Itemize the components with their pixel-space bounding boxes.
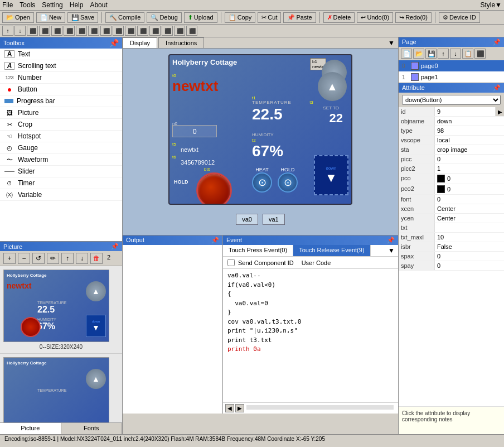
align-up-button[interactable]: ↑	[2, 26, 13, 36]
align-down-button[interactable]: ↓	[14, 26, 26, 36]
va0-variable[interactable]: va0	[236, 214, 258, 225]
menu-tools[interactable]: Tools	[20, 1, 35, 9]
attr-row-txt-maxl[interactable]: txt_maxl 10	[399, 233, 504, 242]
event-code[interactable]: va0.val-- if(va0.val<0) { va0.val=0 } co…	[223, 269, 398, 402]
align-center-h-button[interactable]: ⬛	[51, 26, 62, 36]
pic-down-button[interactable]: ↓	[76, 253, 88, 264]
page-save-button[interactable]: 💾	[425, 49, 437, 59]
attr-row-type[interactable]: type 98	[399, 126, 504, 136]
event-dropdown[interactable]: ▼	[385, 245, 398, 256]
pic-refresh-button[interactable]: ↺	[32, 253, 45, 264]
menu-file[interactable]: File	[2, 1, 13, 9]
pic-remove-button[interactable]: −	[18, 253, 30, 264]
same-height-button[interactable]: ⬛	[113, 26, 124, 36]
attr-row-objname[interactable]: objname down	[399, 117, 504, 126]
attr-type-select[interactable]: down(Button)	[402, 95, 501, 105]
pic-up-button[interactable]: ↑	[61, 253, 74, 264]
attr-row-font[interactable]: font 0	[399, 195, 504, 204]
group-button[interactable]: ⬛	[149, 26, 161, 36]
page-item-1[interactable]: 1 page1	[399, 71, 504, 83]
attr-row-pco[interactable]: pco 0	[399, 174, 504, 184]
device-id-button[interactable]: ⚙ Device ID	[439, 12, 480, 23]
attr-row-isbr[interactable]: isbr False	[399, 242, 504, 252]
page-add-button[interactable]: 📄	[401, 49, 412, 59]
same-width-button[interactable]: ⬛	[100, 26, 112, 36]
send-component-id-checkbox[interactable]	[227, 259, 235, 266]
waveform-tool-item[interactable]: 〜 Waveform	[0, 154, 122, 166]
output-pin[interactable]: 📌	[211, 237, 219, 244]
align-left-button[interactable]: ⬛	[27, 26, 38, 36]
tab-touch-press[interactable]: Touch Press Event(0)	[223, 245, 293, 256]
page-down-button[interactable]: ↓	[450, 49, 461, 59]
page-up-button[interactable]: ↑	[438, 49, 449, 59]
tab-picture[interactable]: Picture	[0, 423, 61, 434]
pic-add-button[interactable]: +	[3, 253, 16, 264]
align-center-v-button[interactable]: ⬛	[64, 26, 75, 36]
page-delete-button[interactable]: ⬛	[474, 49, 486, 59]
new-button[interactable]: 📄 New	[36, 12, 65, 23]
attr-row-pco2[interactable]: pco2 0	[399, 184, 504, 195]
slider-tool-item[interactable]: —— Slider	[0, 166, 122, 177]
page-pin[interactable]: 📌	[493, 39, 501, 46]
align-right-button[interactable]: ⬛	[39, 26, 50, 36]
debug-button[interactable]: 🔍 Debug	[147, 12, 181, 23]
button-tool-item[interactable]: ● Button	[0, 84, 122, 95]
tab-instructions[interactable]: Instructions	[158, 37, 204, 48]
paste-button[interactable]: 📌 Paste	[283, 12, 316, 23]
cut-button[interactable]: ✂ Cut	[258, 12, 281, 23]
text-tool-item[interactable]: A Text	[0, 49, 122, 60]
tab-dropdown[interactable]: ▼	[385, 38, 398, 48]
pic-delete-button[interactable]: 🗑	[90, 253, 103, 264]
save-button[interactable]: 💾 Save	[67, 12, 98, 23]
page-open-button[interactable]: 📂	[413, 49, 424, 59]
attr-scroll-right[interactable]: ▶	[495, 107, 504, 116]
attr-row-ycen[interactable]: ycen Center	[399, 214, 504, 223]
progress-bar-tool-item[interactable]: Progress bar	[0, 95, 122, 107]
scroll-right-button[interactable]: ▶	[235, 404, 244, 412]
menu-help[interactable]: Help	[70, 1, 84, 9]
attr-row-id[interactable]: id 9 ▶	[399, 107, 504, 117]
number-tool-item[interactable]: 123 Number	[0, 72, 122, 84]
menu-setting[interactable]: Setting	[42, 1, 62, 9]
device-screen[interactable]: Hollyberry Cottage b1newtx t0 newtxt t1 …	[168, 54, 352, 205]
tab-touch-release[interactable]: Touch Release Event(9)	[293, 245, 370, 256]
ungroup-button[interactable]: ⬛	[162, 26, 173, 36]
attr-row-sta[interactable]: sta crop image	[399, 145, 504, 155]
crop-tool-item[interactable]: ✂ Crop	[0, 119, 122, 131]
arrow-up-button[interactable]: ▲	[318, 72, 347, 101]
page-item-0[interactable]: 0 page0	[399, 60, 504, 71]
page-copy-button[interactable]: 📋	[462, 49, 473, 59]
variable-tool-item[interactable]: (X) Variable	[0, 189, 122, 201]
gauge-tool-item[interactable]: ◴ Gauge	[0, 142, 122, 154]
menu-about[interactable]: About	[90, 1, 107, 9]
scrolling-text-tool-item[interactable]: A Scrolling text	[0, 60, 122, 72]
attr-row-spax[interactable]: spax 0	[399, 252, 504, 261]
picture-thumb-1[interactable]: Hollyberry Cottage TEMPERATURE ▲	[0, 354, 122, 422]
attr-row-xcen[interactable]: xcen Center	[399, 204, 504, 214]
hotspot-tool-item[interactable]: ☜ Hotspot	[0, 131, 122, 142]
picture-tool-item[interactable]: 🖼 Picture	[0, 107, 122, 119]
picture-thumb-0[interactable]: Hollyberry Cottage newtxt TEMPERATURE 22…	[0, 266, 122, 354]
delete-button[interactable]: ✗ Delete	[323, 12, 355, 23]
undo-button[interactable]: ↩ Undo(0)	[357, 12, 393, 23]
attr-row-vscope[interactable]: vscope local	[399, 136, 504, 145]
event-pin[interactable]: 📌	[387, 237, 395, 244]
open-button[interactable]: 📂 Open	[2, 12, 34, 23]
attr-row-picc[interactable]: picc 0	[399, 155, 504, 164]
attr-row-spay[interactable]: spay 0	[399, 261, 504, 271]
timer-tool-item[interactable]: ⏱ Timer	[0, 177, 122, 189]
redo-button[interactable]: ↪ Redo(0)	[395, 12, 432, 23]
scroll-left-button[interactable]: ◀	[225, 404, 234, 412]
heat-button[interactable]: ⊙	[252, 172, 272, 193]
tab-fonts[interactable]: Fonts	[61, 423, 123, 434]
toolbox-pin[interactable]: 📌	[109, 39, 119, 47]
pic-edit-button[interactable]: ✏	[47, 253, 59, 264]
distribute-v-button[interactable]: ⬛	[88, 26, 99, 36]
hold2-button[interactable]: ⊙	[278, 172, 298, 193]
snap-button[interactable]: ⬛	[186, 26, 197, 36]
distribute-h-button[interactable]: ⬛	[76, 26, 87, 36]
move-back-button[interactable]: ⬛	[137, 26, 148, 36]
down-button-box[interactable]: down ▼	[314, 155, 348, 195]
attr-row-picc2[interactable]: picc2 1	[399, 164, 504, 174]
attr-row-txt[interactable]: txt	[399, 223, 504, 233]
